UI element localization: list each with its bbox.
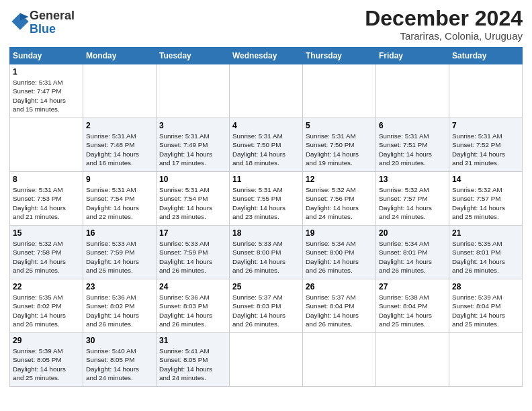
cell-content: Sunrise: 5:36 AMSunset: 8:02 PMDaylight:… [86, 293, 139, 328]
cell-content: Sunrise: 5:36 AMSunset: 8:03 PMDaylight:… [159, 293, 212, 328]
calendar-cell: 6Sunrise: 5:31 AMSunset: 7:51 PMDaylight… [376, 118, 449, 172]
calendar-cell: 30Sunrise: 5:40 AMSunset: 8:05 PMDayligh… [83, 333, 157, 387]
calendar-cell: 5Sunrise: 5:31 AMSunset: 7:50 PMDaylight… [303, 118, 376, 172]
page-container: General Blue December 2024 Tarariras, Co… [0, 0, 532, 394]
calendar-cell: 3Sunrise: 5:31 AMSunset: 7:49 PMDaylight… [157, 118, 230, 172]
calendar-week-row: 2Sunrise: 5:31 AMSunset: 7:48 PMDaylight… [10, 118, 523, 172]
day-number: 4 [232, 121, 300, 130]
calendar-cell: 22Sunrise: 5:35 AMSunset: 8:02 PMDayligh… [10, 279, 83, 333]
cell-content: Sunrise: 5:32 AMSunset: 7:58 PMDaylight:… [13, 240, 66, 274]
day-header-friday: Friday [376, 48, 449, 64]
calendar-cell: 11Sunrise: 5:31 AMSunset: 7:55 PMDayligh… [230, 172, 303, 226]
cell-content: Sunrise: 5:33 AMSunset: 7:59 PMDaylight:… [86, 240, 139, 274]
cell-content: Sunrise: 5:32 AMSunset: 7:57 PMDaylight:… [379, 186, 432, 220]
day-number: 12 [306, 175, 373, 184]
calendar-cell [230, 333, 303, 387]
day-header-wednesday: Wednesday [230, 48, 303, 64]
calendar-cell: 8Sunrise: 5:31 AMSunset: 7:53 PMDaylight… [10, 172, 83, 226]
day-number: 8 [13, 175, 80, 184]
calendar-week-row: 29Sunrise: 5:39 AMSunset: 8:05 PMDayligh… [10, 333, 523, 387]
calendar-cell: 7Sunrise: 5:31 AMSunset: 7:52 PMDaylight… [449, 118, 523, 172]
calendar-cell: 19Sunrise: 5:34 AMSunset: 8:00 PMDayligh… [303, 226, 376, 279]
logo-icon [11, 12, 30, 31]
calendar-week-row: 15Sunrise: 5:32 AMSunset: 7:58 PMDayligh… [10, 226, 523, 279]
day-number: 16 [86, 228, 153, 238]
cell-content: Sunrise: 5:31 AMSunset: 7:47 PMDaylight:… [13, 79, 66, 113]
day-header-tuesday: Tuesday [157, 48, 230, 64]
calendar-cell: 10Sunrise: 5:31 AMSunset: 7:54 PMDayligh… [157, 172, 230, 226]
calendar-week-row: 1Sunrise: 5:31 AMSunset: 7:47 PMDaylight… [10, 64, 523, 118]
calendar-cell [303, 333, 376, 387]
calendar-cell: 9Sunrise: 5:31 AMSunset: 7:54 PMDaylight… [83, 172, 157, 226]
calendar-cell: 18Sunrise: 5:33 AMSunset: 8:00 PMDayligh… [230, 226, 303, 279]
day-number: 10 [159, 175, 226, 184]
cell-content: Sunrise: 5:34 AMSunset: 8:01 PMDaylight:… [379, 240, 432, 274]
day-number: 28 [452, 282, 519, 291]
calendar-cell: 2Sunrise: 5:31 AMSunset: 7:48 PMDaylight… [83, 118, 157, 172]
calendar-cell: 31Sunrise: 5:41 AMSunset: 8:05 PMDayligh… [157, 333, 230, 387]
cell-content: Sunrise: 5:31 AMSunset: 7:51 PMDaylight:… [379, 132, 432, 167]
day-number: 27 [379, 282, 446, 291]
day-number: 1 [13, 67, 80, 77]
cell-content: Sunrise: 5:35 AMSunset: 8:02 PMDaylight:… [13, 293, 66, 328]
calendar-cell: 1Sunrise: 5:31 AMSunset: 7:47 PMDaylight… [10, 64, 83, 118]
logo-general-text: General [30, 9, 75, 23]
cell-content: Sunrise: 5:31 AMSunset: 7:49 PMDaylight:… [159, 132, 212, 167]
calendar-cell: 13Sunrise: 5:32 AMSunset: 7:57 PMDayligh… [376, 172, 449, 226]
day-number: 23 [86, 282, 153, 291]
day-number: 30 [86, 336, 153, 345]
calendar-cell: 25Sunrise: 5:37 AMSunset: 8:03 PMDayligh… [230, 279, 303, 333]
month-title: December 2024 [365, 7, 523, 30]
calendar-cell: 21Sunrise: 5:35 AMSunset: 8:01 PMDayligh… [449, 226, 523, 279]
day-number: 5 [306, 121, 373, 130]
day-number: 18 [232, 228, 300, 238]
calendar-cell: 12Sunrise: 5:32 AMSunset: 7:56 PMDayligh… [303, 172, 376, 226]
day-number: 19 [306, 228, 373, 238]
header: General Blue December 2024 Tarariras, Co… [9, 7, 523, 42]
calendar-cell-empty [449, 64, 523, 118]
calendar-cell-empty [303, 64, 376, 118]
calendar-table: SundayMondayTuesdayWednesdayThursdayFrid… [9, 47, 523, 387]
cell-content: Sunrise: 5:31 AMSunset: 7:50 PMDaylight:… [232, 132, 285, 167]
calendar-cell-empty [376, 64, 449, 118]
cell-content: Sunrise: 5:31 AMSunset: 7:55 PMDaylight:… [232, 186, 285, 220]
cell-content: Sunrise: 5:37 AMSunset: 8:03 PMDaylight:… [232, 293, 285, 328]
calendar-cell: 23Sunrise: 5:36 AMSunset: 8:02 PMDayligh… [83, 279, 157, 333]
cell-content: Sunrise: 5:32 AMSunset: 7:57 PMDaylight:… [452, 186, 505, 220]
cell-content: Sunrise: 5:37 AMSunset: 8:04 PMDaylight:… [306, 293, 359, 328]
day-header-sunday: Sunday [10, 48, 83, 64]
day-number: 20 [379, 228, 446, 238]
title-area: December 2024 Tarariras, Colonia, Urugua… [365, 7, 523, 42]
cell-content: Sunrise: 5:31 AMSunset: 7:48 PMDaylight:… [86, 132, 139, 167]
calendar-cell: 15Sunrise: 5:32 AMSunset: 7:58 PMDayligh… [10, 226, 83, 279]
location-text: Tarariras, Colonia, Uruguay [365, 30, 523, 42]
cell-content: Sunrise: 5:41 AMSunset: 8:05 PMDaylight:… [159, 347, 212, 381]
day-number: 2 [86, 121, 153, 130]
cell-content: Sunrise: 5:31 AMSunset: 7:50 PMDaylight:… [306, 132, 359, 167]
calendar-cell: 26Sunrise: 5:37 AMSunset: 8:04 PMDayligh… [303, 279, 376, 333]
calendar-cell: 14Sunrise: 5:32 AMSunset: 7:57 PMDayligh… [449, 172, 523, 226]
day-number: 14 [452, 175, 519, 184]
calendar-cell: 27Sunrise: 5:38 AMSunset: 8:04 PMDayligh… [376, 279, 449, 333]
day-number: 3 [159, 121, 226, 130]
calendar-cell: 16Sunrise: 5:33 AMSunset: 7:59 PMDayligh… [83, 226, 157, 279]
cell-content: Sunrise: 5:33 AMSunset: 7:59 PMDaylight:… [159, 240, 212, 274]
day-number: 6 [379, 121, 446, 130]
day-number: 22 [13, 282, 80, 291]
cell-content: Sunrise: 5:39 AMSunset: 8:05 PMDaylight:… [13, 347, 66, 381]
calendar-header-row: SundayMondayTuesdayWednesdayThursdayFrid… [10, 48, 523, 64]
day-number: 7 [452, 121, 519, 130]
calendar-cell: 4Sunrise: 5:31 AMSunset: 7:50 PMDaylight… [230, 118, 303, 172]
cell-content: Sunrise: 5:31 AMSunset: 7:52 PMDaylight:… [452, 132, 505, 167]
calendar-cell-empty [157, 64, 230, 118]
cell-content: Sunrise: 5:38 AMSunset: 8:04 PMDaylight:… [379, 293, 432, 328]
day-number: 31 [159, 336, 226, 345]
calendar-cell-empty [230, 64, 303, 118]
cell-content: Sunrise: 5:33 AMSunset: 8:00 PMDaylight:… [232, 240, 285, 274]
day-number: 21 [452, 228, 519, 238]
cell-content: Sunrise: 5:31 AMSunset: 7:54 PMDaylight:… [86, 186, 139, 220]
calendar-cell: 20Sunrise: 5:34 AMSunset: 8:01 PMDayligh… [376, 226, 449, 279]
cell-content: Sunrise: 5:39 AMSunset: 8:04 PMDaylight:… [452, 293, 505, 328]
logo: General Blue [9, 9, 75, 36]
calendar-cell: 24Sunrise: 5:36 AMSunset: 8:03 PMDayligh… [157, 279, 230, 333]
